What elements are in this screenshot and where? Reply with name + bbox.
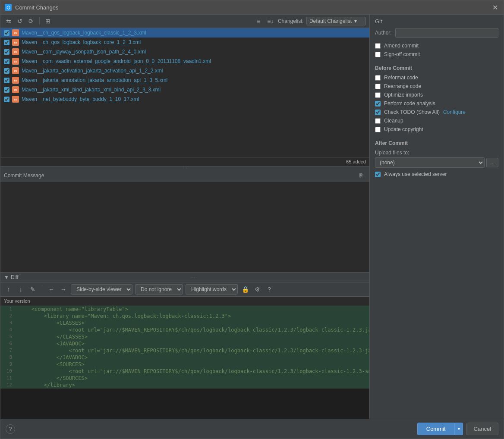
diff-edit-button[interactable]: ✎ <box>28 285 38 294</box>
commit-message-label: Commit Message <box>4 172 44 179</box>
app-icon: ⬡ <box>5 4 12 11</box>
file-item-6[interactable]: m Maven__jakarta_xml_bind_jakarta_xml_bi… <box>0 85 369 94</box>
line-content-9: <SOURCES> <box>16 361 85 367</box>
help-label: ? <box>9 426 12 432</box>
files-toolbar: ⇆ ↺ ⟳ ⊞ ≡ ≡↓ Changelist: Default Changel… <box>0 15 369 28</box>
commit-message-input[interactable] <box>0 182 369 272</box>
code-line-11: 11 </SOURCES> <box>0 375 369 382</box>
changelist-area: ≡ ≡↓ Changelist: Default Changelist ▾ <box>254 16 366 26</box>
resize-handle-diff[interactable] <box>20 276 366 279</box>
line-content-12: </library> <box>16 382 75 388</box>
file-item-4[interactable]: m Maven__jakarta_activation_jakarta_acti… <box>0 66 369 75</box>
code-line-9: 9 <SOURCES> <box>0 361 369 368</box>
help-diff-icon[interactable]: ? <box>265 285 274 294</box>
right-panel: Git Author: Amend commit Sign-off commit… <box>370 15 504 419</box>
diff-section: ▼ Diff ↑ ↓ ✎ ← → Side-by-side viewer <box>0 273 369 419</box>
file-item-5[interactable]: m Maven__jakarta_annotation_jakarta_anno… <box>0 75 369 85</box>
amend-commit-label: Amend commit <box>384 43 419 49</box>
file-checkbox-6[interactable] <box>4 87 9 93</box>
refresh-button[interactable]: ⟳ <box>26 16 36 26</box>
update-copyright-label: Update copyright <box>384 126 423 132</box>
file-checkbox-2[interactable] <box>4 49 9 55</box>
changelist-value: Default Changelist <box>309 18 352 24</box>
cancel-button[interactable]: Cancel <box>466 423 498 435</box>
author-input[interactable] <box>395 28 498 38</box>
code-line-5: 5 </CLASSES> <box>0 333 369 340</box>
settings-icon[interactable]: ⚙ <box>252 285 262 294</box>
file-name-7: Maven__net_bytebuddy_byte_buddy_1_10_17.… <box>22 96 139 102</box>
commit-btn-group: Commit ▾ <box>417 423 463 435</box>
perform-label: Perform code analysis <box>384 100 435 107</box>
diff-section-label: Diff <box>11 274 19 280</box>
back-button[interactable]: ⇆ <box>4 16 13 26</box>
file-item-3[interactable]: m Maven__com_vaadin_external_google_andr… <box>0 56 369 66</box>
diff-toggle[interactable]: ▼ Diff <box>4 274 19 280</box>
viewer-dropdown[interactable]: Side-by-side viewer <box>71 284 132 295</box>
action-buttons: Commit ▾ Cancel <box>417 423 498 435</box>
file-name-6: Maven__jakarta_xml_bind_jakarta_xml_bind… <box>22 87 161 93</box>
rearrange-checkbox[interactable] <box>375 84 381 89</box>
commit-label: Commit <box>426 426 446 432</box>
line-content-10: <root url="jar://$MAVEN_REPOSITORY$/ch/q… <box>16 368 369 374</box>
changelist-dropdown[interactable]: Default Changelist ▾ <box>306 17 366 25</box>
author-label: Author: <box>375 30 392 36</box>
close-button[interactable]: ✕ <box>491 3 499 12</box>
line-num-10: 10 <box>0 368 16 374</box>
help-button[interactable]: ? <box>6 424 15 434</box>
diff-content: Your version 1 <component name="libraryT… <box>0 297 369 419</box>
file-icon-5: m <box>12 77 19 84</box>
file-checkbox-4[interactable] <box>4 68 9 74</box>
file-checkbox-3[interactable] <box>4 59 9 64</box>
git-section-title: Git <box>375 18 498 25</box>
sort-desc-icon: ≡↓ <box>266 16 275 26</box>
optimize-label: Optimize imports <box>384 92 423 98</box>
file-item-0[interactable]: m Maven__ch_qos_logback_logback_classic_… <box>0 28 369 38</box>
file-name-2: Maven__com_jayway_jsonpath_json_path_2_4… <box>22 49 146 55</box>
commit-dropdown-button[interactable]: ▾ <box>455 423 463 435</box>
perform-checkbox[interactable] <box>375 101 381 107</box>
line-content-8: </JAVADOC> <box>16 354 88 361</box>
upload-row: (none) ... <box>375 157 498 168</box>
line-num-2: 2 <box>0 313 16 319</box>
file-item-7[interactable]: m Maven__net_bytebuddy_byte_buddy_1_10_1… <box>0 94 369 104</box>
file-name-0: Maven__ch_qos_logback_logback_classic_1_… <box>22 30 146 36</box>
optimize-checkbox[interactable] <box>375 92 381 98</box>
diff-down-button[interactable]: ↓ <box>16 285 25 294</box>
always-use-server-checkbox[interactable] <box>375 172 381 177</box>
undo-button[interactable]: ↺ <box>15 16 25 26</box>
file-item-2[interactable]: m Maven__com_jayway_jsonpath_json_path_2… <box>0 47 369 56</box>
configure-link[interactable]: Configure <box>443 109 466 115</box>
signoff-checkbox[interactable] <box>375 52 381 57</box>
browse-button[interactable]: ... <box>486 158 498 167</box>
update-copyright-checkbox[interactable] <box>375 127 381 132</box>
commit-dialog: ⬡ Commit Changes ✕ ⇆ ↺ ⟳ ⊞ ≡ ≡↓ Changeli… <box>0 0 504 439</box>
ignore-dropdown[interactable]: Do not ignore <box>135 284 183 295</box>
commit-button[interactable]: Commit <box>417 423 455 435</box>
upload-select[interactable]: (none) <box>375 157 485 168</box>
commit-message-copy-icon[interactable]: ⎘ <box>356 171 366 180</box>
changelist-dropdown-arrow: ▾ <box>354 18 357 24</box>
line-content-6: <JAVADOC> <box>16 341 85 347</box>
file-checkbox-1[interactable] <box>4 40 9 45</box>
line-content-11: </SOURCES> <box>16 375 88 381</box>
after-commit-title: After Commit <box>375 140 498 146</box>
line-content-3: <CLASSES> <box>16 320 85 326</box>
diff-prev-button[interactable]: ← <box>47 285 56 294</box>
line-num-12: 12 <box>0 382 16 388</box>
file-item-1[interactable]: m Maven__ch_qos_logback_logback_core_1_2… <box>0 38 369 47</box>
code-line-12: 12 </library> <box>0 382 369 389</box>
cleanup-label: Cleanup <box>384 118 403 124</box>
highlight-dropdown[interactable]: Highlight words <box>186 284 238 295</box>
group-button[interactable]: ⊞ <box>43 16 53 26</box>
diff-toolbar-sep1 <box>42 285 42 293</box>
diff-next-button[interactable]: → <box>59 285 68 294</box>
cleanup-checkbox[interactable] <box>375 118 381 124</box>
amend-commit-checkbox[interactable] <box>375 43 381 49</box>
file-checkbox-7[interactable] <box>4 97 9 102</box>
file-checkbox-5[interactable] <box>4 78 9 83</box>
check-todo-checkbox[interactable] <box>375 110 381 115</box>
diff-up-button[interactable]: ↑ <box>4 285 13 294</box>
file-checkbox-0[interactable] <box>4 30 9 36</box>
commit-message-area: Commit Message ⎘ <box>0 169 369 273</box>
reformat-checkbox[interactable] <box>375 75 381 81</box>
